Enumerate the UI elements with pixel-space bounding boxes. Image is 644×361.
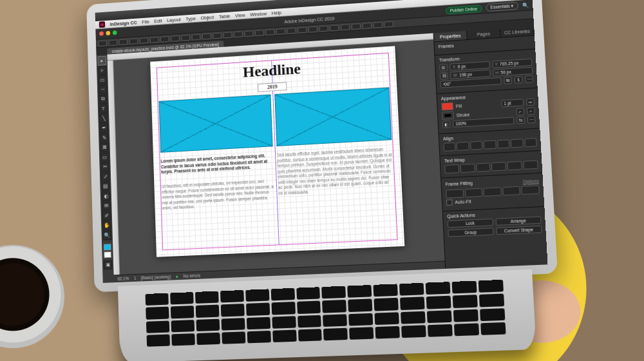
panel-appearance: Appearance Fill 1 pt ═ Stroke bbox=[437, 88, 540, 133]
wrap-more-icon[interactable] bbox=[523, 161, 538, 170]
quickaction-group[interactable]: Group bbox=[448, 228, 493, 237]
menu-file[interactable]: File bbox=[142, 19, 149, 24]
tool-hand[interactable]: ✋ bbox=[102, 220, 111, 230]
link-wh-icon[interactable]: ⛓ bbox=[440, 72, 448, 80]
zoom-level[interactable]: 82.1% bbox=[117, 276, 129, 281]
view-mode-button[interactable]: ▣ bbox=[104, 260, 113, 269]
tool-content-collector[interactable]: ⧉ bbox=[99, 94, 108, 104]
tool-line[interactable]: ╲ bbox=[99, 113, 108, 123]
wrap-jumpnext-icon[interactable] bbox=[507, 161, 522, 170]
stroke-weight-field[interactable]: 1 pt bbox=[501, 99, 524, 107]
image-frame-left[interactable] bbox=[159, 94, 273, 152]
search-icon[interactable]: 🔍 bbox=[522, 2, 529, 8]
panel-framefitting: Frame Fitting Options bbox=[441, 173, 544, 211]
align-vcenter-icon[interactable] bbox=[497, 139, 510, 148]
menu-view[interactable]: View bbox=[235, 12, 245, 19]
appearance-stroke-swatch[interactable] bbox=[442, 112, 454, 120]
tool-page[interactable]: ▭ bbox=[98, 75, 107, 84]
align-top-icon[interactable] bbox=[484, 140, 497, 149]
fill-stroke-swatches[interactable] bbox=[103, 240, 112, 260]
coffee-mug bbox=[0, 245, 64, 348]
align-more-icon[interactable] bbox=[524, 138, 537, 147]
framefitting-options-link[interactable]: Options bbox=[523, 179, 539, 184]
laptop-keyboard bbox=[118, 269, 536, 361]
fit-center-icon[interactable] bbox=[522, 185, 540, 195]
menu-layout[interactable]: Layout bbox=[167, 16, 181, 23]
document-page[interactable]: Headline 2019 Lorem ipsum dolor sit amet… bbox=[150, 46, 404, 257]
wrap-none-icon[interactable] bbox=[444, 164, 459, 173]
tool-pen[interactable]: ✒ bbox=[100, 123, 109, 133]
fx-button[interactable]: fx bbox=[516, 116, 525, 124]
panel-more-icon[interactable]: ⋯ bbox=[525, 75, 533, 83]
align-hcenter-icon[interactable] bbox=[457, 142, 469, 151]
tool-free-transform[interactable]: ⤢ bbox=[101, 172, 110, 182]
menu-help[interactable]: Help bbox=[272, 10, 281, 16]
body-right[interactable]: Sed iaculis efficitur eget, lacinia vest… bbox=[277, 146, 394, 196]
panel-transform: Transform ⊞ X: 8 px Y: 765.25 px ⛓ W: 19… bbox=[435, 48, 537, 93]
panel-quickactions: Quick Actions Lock Arrange Group Convert… bbox=[443, 206, 546, 241]
flip-horizontal-icon[interactable]: ⇋ bbox=[504, 77, 512, 84]
fit-proportional-icon[interactable] bbox=[484, 187, 502, 197]
flip-vertical-icon[interactable]: ⥮ bbox=[515, 76, 523, 84]
workspace-switcher[interactable]: Essentials ▾ bbox=[486, 2, 518, 12]
menu-table[interactable]: Table bbox=[219, 13, 231, 19]
screen-bezel: ᚼ ⌔ 68% ▮▯ Tue 10:01 AM 👤 🔍 ≡ Id InDesig… bbox=[95, 0, 548, 283]
fit-content-icon[interactable] bbox=[446, 189, 464, 199]
tool-rectangle[interactable]: ▭ bbox=[100, 152, 109, 162]
tool-gradient-feather[interactable]: ◐ bbox=[102, 191, 111, 201]
stroke-style-icon[interactable]: ═ bbox=[526, 98, 535, 106]
appearance-stroke-label: Stroke bbox=[456, 112, 469, 117]
page-number[interactable]: 1 bbox=[134, 276, 137, 280]
tool-gradient-swatch[interactable]: ▤ bbox=[101, 182, 110, 191]
window-close-icon[interactable] bbox=[99, 31, 104, 35]
menu-window[interactable]: Window bbox=[250, 10, 267, 17]
body-left-light[interactable]: Ut faucibus, elit et vulputate ultricies… bbox=[162, 179, 275, 211]
corner-options-icon[interactable]: ⌐ bbox=[516, 108, 524, 115]
window-zoom-icon[interactable] bbox=[113, 30, 117, 35]
menu-object[interactable]: Object bbox=[200, 14, 214, 21]
menu-type[interactable]: Type bbox=[185, 15, 196, 22]
stroke-swatch[interactable] bbox=[104, 251, 111, 257]
wrap-shape-icon[interactable] bbox=[476, 162, 491, 171]
tool-note[interactable]: ✉ bbox=[102, 201, 111, 211]
fit-frame-icon[interactable] bbox=[464, 188, 482, 198]
window-minimize-icon[interactable] bbox=[106, 31, 110, 35]
menu-edit[interactable]: Edit bbox=[154, 17, 162, 23]
image-frame-right[interactable] bbox=[274, 87, 392, 146]
panel-frames-title: Frames bbox=[439, 39, 531, 49]
transform-w-field[interactable]: W: 198 px bbox=[450, 70, 490, 79]
fit-fill-icon[interactable] bbox=[502, 186, 520, 196]
appearance-fill-label: Fill bbox=[456, 103, 462, 108]
quickaction-arrange[interactable]: Arrange bbox=[495, 216, 542, 226]
subhead-box[interactable]: 2019 bbox=[258, 82, 287, 92]
align-right-icon[interactable] bbox=[470, 141, 483, 150]
corner-options2-icon[interactable]: ⌐ bbox=[527, 107, 535, 115]
quickaction-lock[interactable]: Lock bbox=[448, 219, 493, 228]
tool-selection[interactable]: ▸ bbox=[97, 56, 106, 66]
tool-direct-selection[interactable]: ▹ bbox=[98, 66, 107, 75]
laptop-lid: ᚼ ⌔ 68% ▮▯ Tue 10:01 AM 👤 🔍 ≡ Id InDesig… bbox=[86, 0, 558, 292]
screen: ᚼ ⌔ 68% ▮▯ Tue 10:01 AM 👤 🔍 ≡ Id InDesig… bbox=[95, 0, 548, 283]
autofit-checkbox[interactable] bbox=[446, 199, 453, 206]
align-bottom-icon[interactable] bbox=[511, 139, 524, 148]
fill-swatch[interactable] bbox=[104, 244, 111, 250]
align-left-icon[interactable] bbox=[443, 142, 455, 151]
tool-type[interactable]: T bbox=[99, 104, 108, 113]
pasteboard[interactable]: Headline 2019 Lorem ipsum dolor sit amet… bbox=[113, 39, 444, 275]
tool-zoom[interactable]: 🔍 bbox=[102, 230, 111, 240]
wrap-jump-icon[interactable] bbox=[491, 162, 506, 171]
tool-rectangle-frame[interactable]: ⊠ bbox=[100, 142, 109, 152]
publish-online-button[interactable]: Publish Online bbox=[445, 5, 482, 14]
tool-eyedropper[interactable]: ✐ bbox=[102, 211, 111, 220]
appearance-more-icon[interactable]: ⋯ bbox=[527, 116, 536, 124]
tool-scissors[interactable]: ✂ bbox=[100, 162, 109, 171]
autofit-label: Auto-Fit bbox=[455, 199, 471, 204]
reference-point-icon[interactable]: ⊞ bbox=[439, 64, 448, 72]
panel-framefitting-title: Frame Fitting bbox=[446, 179, 520, 187]
tool-pencil[interactable]: ✎ bbox=[100, 133, 109, 142]
preflight-profile[interactable]: [Basic] (working) bbox=[141, 275, 171, 280]
tool-gap[interactable]: ↔ bbox=[99, 84, 108, 94]
appearance-fill-swatch[interactable] bbox=[441, 102, 453, 111]
quickaction-convert[interactable]: Convert Shape bbox=[496, 226, 542, 235]
wrap-bbox-icon[interactable] bbox=[460, 164, 475, 173]
